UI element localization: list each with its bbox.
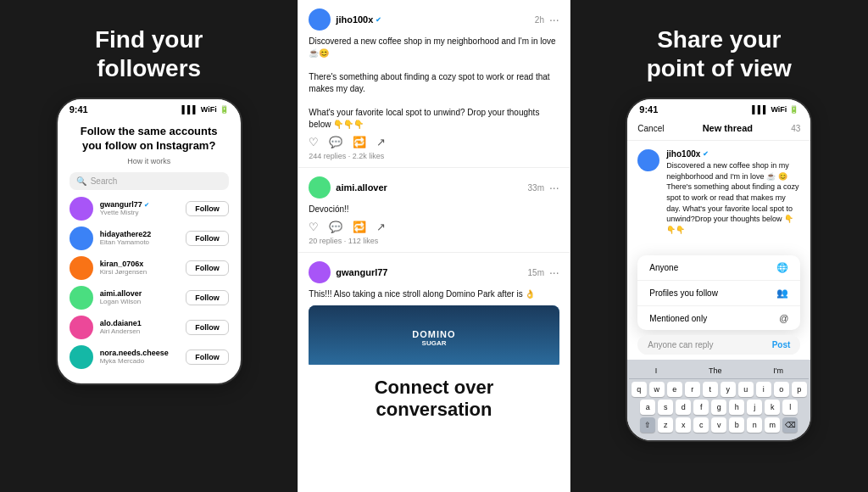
key-b[interactable]: b [729,417,744,433]
right-panel: Share your point of view 9:41 ▌▌▌ WiFi 🔋… [570,0,868,492]
compose-avatar [637,149,659,171]
key-i[interactable]: i [756,382,771,397]
follow-button[interactable]: Follow [186,290,229,305]
key-w[interactable]: w [649,382,665,397]
kb-suggestions: I The I'm [629,363,809,379]
user-info: hidayathere22 Eitan Yamamoto [100,230,180,246]
key-l[interactable]: l [782,400,798,415]
suggestion-3[interactable]: I'm [773,366,783,375]
follow-button[interactable]: Follow [186,231,229,246]
key-t[interactable]: t [703,382,718,397]
audience-icon: 🌐 [776,262,788,273]
user-handle: gwangurl77 ✔ [100,200,180,209]
key-x[interactable]: x [676,417,691,433]
key-p[interactable]: p [792,382,807,397]
search-bar[interactable]: 🔍 Search [70,172,229,190]
user-handle: alo.daiane1 [100,319,180,327]
post-stats: 20 replies · 112 likes [309,237,559,245]
follow-button[interactable]: Follow [186,349,229,365]
user-info: gwangurl77 ✔ Yvette Mistry [100,200,180,216]
follow-title: Follow the same accounts you follow on I… [70,125,229,154]
post-time: 15m [528,268,544,277]
key-z[interactable]: z [658,417,673,433]
post-username: jiho100x✔ [336,14,530,25]
compose-header: jiho100x ✔ Discovered a new coffee shop … [637,149,800,235]
audience-icon: @ [779,313,788,323]
kb-row-2: ⇧zxcvbnm⌫ [631,417,807,433]
user-avatar [70,197,93,221]
reply-audience-text: Anyone can reply [648,340,713,349]
like-icon[interactable]: ♡ [309,136,319,148]
post-meta: jiho100x✔ [336,14,530,25]
user-handle: nora.needs.cheese [100,349,180,357]
suggestion-2[interactable]: The [709,366,722,375]
key-s[interactable]: s [658,400,673,415]
comment-icon[interactable]: 💬 [329,221,342,233]
key-m[interactable]: m [765,417,780,433]
share-icon[interactable]: ↗ [376,221,386,233]
share-icon[interactable]: ↗ [376,136,386,148]
like-icon[interactable]: ♡ [309,221,319,233]
key-u[interactable]: u [738,382,754,397]
repost-icon[interactable]: 🔁 [353,221,366,233]
post-actions: ♡ 💬 🔁 ↗ [309,136,559,148]
follow-item: aimi.allover Logan Wilson Follow [70,286,229,310]
key-k[interactable]: k [765,400,780,415]
post-meta: aimi.allover [336,182,522,193]
audience-option-2[interactable]: Mentioned only @ [637,306,800,330]
suggestion-1[interactable]: I [655,366,658,375]
status-time-right: 9:41 [639,104,658,115]
key-⌫[interactable]: ⌫ [782,417,798,433]
cancel-button[interactable]: Cancel [637,124,664,133]
key-q[interactable]: q [632,382,647,397]
left-headline: Find your followers [95,25,203,82]
key-n[interactable]: n [747,417,762,433]
post-avatar [309,176,331,198]
search-input-placeholder: Search [91,176,118,186]
key-j[interactable]: j [747,400,762,415]
key-h[interactable]: h [729,400,744,415]
compose-text[interactable]: Discovered a new coffee shop in my neigh… [666,160,800,235]
follow-button[interactable]: Follow [186,320,229,335]
status-bar-right: 9:41 ▌▌▌ WiFi 🔋 [627,99,810,116]
post-menu-button[interactable]: ··· [549,13,559,26]
audience-option-1[interactable]: Profiles you follow 👥 [637,281,800,306]
key-d[interactable]: d [676,400,691,415]
key-g[interactable]: g [711,400,726,415]
key-⇧[interactable]: ⇧ [640,417,655,433]
search-icon: 🔍 [76,176,86,186]
middle-panel: jiho100x✔ 2h ··· Discovered a new coffee… [298,0,570,492]
post-content: Discovered a new coffee shop in my neigh… [309,36,559,131]
key-v[interactable]: v [711,417,726,433]
key-f[interactable]: f [693,400,709,415]
audience-label: Profiles you follow [649,288,718,298]
key-c[interactable]: c [693,417,709,433]
connect-headline: Connect over conversation [366,365,503,430]
thread-post: jiho100x✔ 2h ··· Discovered a new coffee… [298,0,569,168]
comment-icon[interactable]: 💬 [329,136,342,148]
key-y[interactable]: y [721,382,736,397]
left-panel: Find your followers 9:41 ▌▌▌ WiFi 🔋 Foll… [0,0,298,492]
user-info: nora.needs.cheese Myka Mercado [100,349,180,365]
key-a[interactable]: a [640,400,655,415]
key-r[interactable]: r [685,382,700,397]
kb-row-0: qwertyuiop [631,382,807,397]
user-info: alo.daiane1 Airi Andersen [100,319,180,335]
follow-button[interactable]: Follow [186,201,229,216]
post-avatar [309,261,331,283]
post-button[interactable]: Post [772,340,791,349]
user-name: Logan Wilson [100,298,180,305]
follow-item: kiran_0706x Kirsi Jørgensen Follow [70,256,229,280]
key-o[interactable]: o [774,382,789,397]
post-menu-button[interactable]: ··· [549,181,559,194]
key-e[interactable]: e [667,382,682,397]
follow-button[interactable]: Follow [186,260,229,276]
user-avatar [70,286,93,310]
audience-option-0[interactable]: Anyone 🌐 [637,255,800,281]
user-info: kiran_0706x Kirsi Jørgensen [100,260,180,276]
audience-options-list: Anyone 🌐 Profiles you follow 👥 Mentioned… [637,255,800,330]
user-name: Kirsi Jørgensen [100,268,180,276]
repost-icon[interactable]: 🔁 [353,136,366,148]
post-menu-button[interactable]: ··· [549,266,559,279]
post-image: DOMINO SUGAR [309,305,559,365]
